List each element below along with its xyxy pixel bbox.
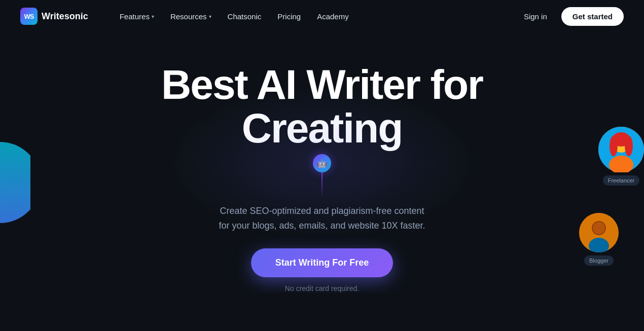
hero-subtitle: Create SEO-optimized and plagiarism-free… (219, 204, 425, 233)
logo-text: Writesonic (42, 11, 88, 22)
ai-cursor-icon: 🤖 (313, 154, 331, 172)
logo-icon: WS (20, 8, 38, 25)
hero-title: Best AI Writer for Creating (94, 63, 550, 150)
cursor-line (321, 172, 323, 198)
freelancer-badge: Freelancer (603, 175, 640, 186)
left-side-decoration (0, 142, 30, 223)
navbar: WS Writesonic Features ▾ Resources ▾ Cha… (0, 0, 644, 32)
avatar-blogger: Blogger (579, 213, 619, 266)
left-blob (0, 142, 30, 223)
chevron-down-icon: ▾ (209, 14, 211, 19)
nav-item-academy[interactable]: Academy (310, 8, 356, 25)
nav-item-pricing[interactable]: Pricing (270, 8, 308, 25)
chevron-down-icon: ▾ (152, 14, 154, 19)
nav-links: Features ▾ Resources ▾ Chatsonic Pricing… (113, 8, 518, 25)
nav-item-features[interactable]: Features ▾ (113, 8, 161, 25)
getstarted-button[interactable]: Get started (561, 7, 624, 26)
nav-item-resources[interactable]: Resources ▾ (163, 8, 219, 25)
hero-section: Best AI Writer for Creating 🤖 Create SEO… (0, 32, 644, 292)
blogger-badge: Blogger (584, 255, 614, 266)
svg-point-4 (610, 136, 618, 156)
svg-point-9 (593, 222, 605, 234)
cursor-animation: 🤖 (313, 154, 331, 198)
avatar-woman-image (598, 127, 644, 172)
logo[interactable]: WS Writesonic (20, 8, 88, 25)
cta-button[interactable]: Start Writing For Free (251, 248, 393, 277)
avatar-freelancer: Freelancer (598, 127, 644, 186)
nav-item-chatsonic[interactable]: Chatsonic (221, 8, 269, 25)
no-credit-card-text: No credit card required. (285, 284, 359, 292)
avatar-man-image (579, 213, 619, 252)
svg-point-5 (625, 136, 633, 156)
nav-right: Sign in Get started (518, 7, 624, 26)
signin-button[interactable]: Sign in (518, 8, 553, 25)
